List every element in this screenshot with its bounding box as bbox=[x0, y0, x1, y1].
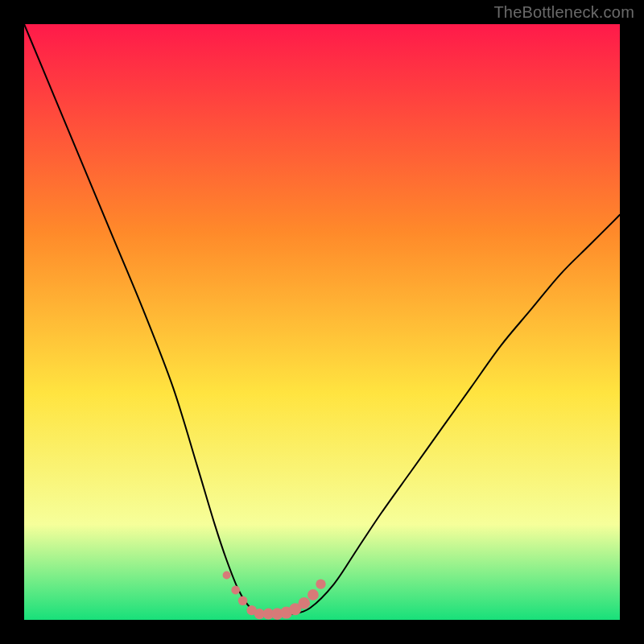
bottleneck-chart bbox=[0, 0, 644, 644]
trough-dot bbox=[299, 597, 311, 609]
trough-dot bbox=[308, 589, 319, 601]
plot-background bbox=[24, 24, 620, 620]
trough-dot bbox=[223, 572, 231, 580]
trough-dot bbox=[231, 586, 240, 595]
chart-stage: TheBottleneck.com bbox=[0, 0, 644, 644]
trough-dot bbox=[316, 579, 325, 588]
trough-dot bbox=[238, 597, 248, 606]
